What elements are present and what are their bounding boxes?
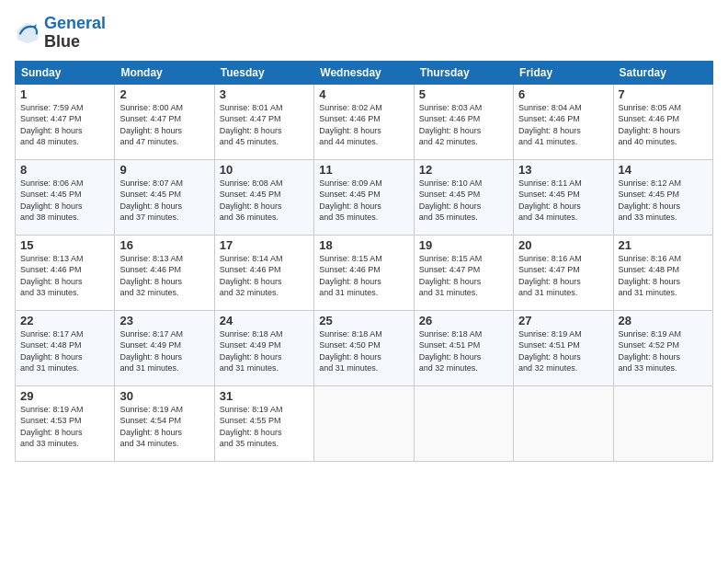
calendar-cell: 5Sunrise: 8:03 AMSunset: 4:46 PMDaylight… <box>414 84 513 159</box>
day-number: 26 <box>419 314 508 327</box>
calendar-cell: 27Sunrise: 8:19 AMSunset: 4:51 PMDayligh… <box>514 310 613 385</box>
logo: General Blue <box>15 15 106 52</box>
weekday-header: Saturday <box>613 61 712 84</box>
day-info: Sunrise: 8:03 AMSunset: 4:46 PMDaylight:… <box>419 102 508 148</box>
day-number: 31 <box>220 389 309 403</box>
day-info: Sunrise: 8:18 AMSunset: 4:51 PMDaylight:… <box>419 328 508 374</box>
calendar-cell: 1Sunrise: 7:59 AMSunset: 4:47 PMDaylight… <box>16 84 115 159</box>
calendar-cell: 13Sunrise: 8:11 AMSunset: 4:45 PMDayligh… <box>514 159 613 235</box>
day-info: Sunrise: 8:01 AMSunset: 4:47 PMDaylight:… <box>220 102 309 148</box>
day-info: Sunrise: 8:06 AMSunset: 4:45 PMDaylight:… <box>20 178 109 224</box>
calendar-cell: 3Sunrise: 8:01 AMSunset: 4:47 PMDaylight… <box>214 84 313 159</box>
weekday-header: Monday <box>115 61 214 84</box>
day-number: 7 <box>619 87 708 101</box>
day-number: 16 <box>119 238 209 252</box>
day-number: 23 <box>119 314 209 327</box>
day-number: 3 <box>220 87 309 101</box>
day-number: 22 <box>20 314 109 327</box>
day-info: Sunrise: 8:12 AMSunset: 4:45 PMDaylight:… <box>619 178 708 224</box>
calendar-week-row: 1Sunrise: 7:59 AMSunset: 4:47 PMDaylight… <box>16 84 713 159</box>
day-number: 6 <box>518 87 608 101</box>
calendar-cell: 30Sunrise: 8:19 AMSunset: 4:54 PMDayligh… <box>115 385 214 461</box>
day-number: 21 <box>619 238 708 252</box>
day-info: Sunrise: 8:15 AMSunset: 4:46 PMDaylight:… <box>319 253 408 299</box>
calendar-cell: 21Sunrise: 8:16 AMSunset: 4:48 PMDayligh… <box>613 235 712 310</box>
day-number: 27 <box>518 314 608 327</box>
day-info: Sunrise: 8:04 AMSunset: 4:46 PMDaylight:… <box>518 102 608 148</box>
calendar-cell: 18Sunrise: 8:15 AMSunset: 4:46 PMDayligh… <box>314 235 414 310</box>
weekday-header: Wednesday <box>314 61 414 84</box>
day-number: 25 <box>319 314 408 327</box>
day-info: Sunrise: 8:05 AMSunset: 4:46 PMDaylight:… <box>619 102 708 148</box>
day-number: 30 <box>119 389 209 403</box>
calendar-week-row: 22Sunrise: 8:17 AMSunset: 4:48 PMDayligh… <box>16 310 713 385</box>
day-number: 14 <box>619 163 708 177</box>
calendar-cell: 25Sunrise: 8:18 AMSunset: 4:50 PMDayligh… <box>314 310 414 385</box>
calendar-cell <box>514 385 613 461</box>
calendar-cell <box>414 385 513 461</box>
day-number: 20 <box>518 238 608 252</box>
calendar-cell: 15Sunrise: 8:13 AMSunset: 4:46 PMDayligh… <box>16 235 115 310</box>
day-info: Sunrise: 8:00 AMSunset: 4:47 PMDaylight:… <box>119 102 209 148</box>
calendar-cell <box>314 385 414 461</box>
day-number: 11 <box>319 163 408 177</box>
day-info: Sunrise: 8:16 AMSunset: 4:47 PMDaylight:… <box>518 253 608 299</box>
calendar-cell: 8Sunrise: 8:06 AMSunset: 4:45 PMDaylight… <box>16 159 115 235</box>
day-number: 15 <box>20 238 109 252</box>
calendar-cell: 12Sunrise: 8:10 AMSunset: 4:45 PMDayligh… <box>414 159 513 235</box>
day-number: 1 <box>20 87 109 101</box>
weekday-header: Tuesday <box>214 61 313 84</box>
calendar-cell: 29Sunrise: 8:19 AMSunset: 4:53 PMDayligh… <box>16 385 115 461</box>
calendar-week-row: 8Sunrise: 8:06 AMSunset: 4:45 PMDaylight… <box>16 159 713 235</box>
day-number: 18 <box>319 238 408 252</box>
logo-text: General Blue <box>44 15 106 52</box>
day-info: Sunrise: 8:18 AMSunset: 4:50 PMDaylight:… <box>319 328 408 374</box>
calendar-cell: 24Sunrise: 8:18 AMSunset: 4:49 PMDayligh… <box>214 310 313 385</box>
calendar-cell: 20Sunrise: 8:16 AMSunset: 4:47 PMDayligh… <box>514 235 613 310</box>
day-info: Sunrise: 8:11 AMSunset: 4:45 PMDaylight:… <box>518 178 608 224</box>
calendar-week-row: 15Sunrise: 8:13 AMSunset: 4:46 PMDayligh… <box>16 235 713 310</box>
day-info: Sunrise: 8:17 AMSunset: 4:48 PMDaylight:… <box>20 328 109 374</box>
calendar-cell: 7Sunrise: 8:05 AMSunset: 4:46 PMDaylight… <box>613 84 712 159</box>
calendar-table: SundayMondayTuesdayWednesdayThursdayFrid… <box>15 61 713 462</box>
day-info: Sunrise: 8:07 AMSunset: 4:45 PMDaylight:… <box>119 178 209 224</box>
day-info: Sunrise: 8:19 AMSunset: 4:51 PMDaylight:… <box>518 328 608 374</box>
day-info: Sunrise: 8:13 AMSunset: 4:46 PMDaylight:… <box>20 253 109 299</box>
calendar-cell: 4Sunrise: 8:02 AMSunset: 4:46 PMDaylight… <box>314 84 414 159</box>
day-info: Sunrise: 8:19 AMSunset: 4:54 PMDaylight:… <box>119 404 209 450</box>
day-number: 2 <box>119 87 209 101</box>
day-number: 12 <box>419 163 508 177</box>
day-info: Sunrise: 8:16 AMSunset: 4:48 PMDaylight:… <box>619 253 708 299</box>
day-number: 17 <box>220 238 309 252</box>
weekday-header: Friday <box>514 61 613 84</box>
day-number: 9 <box>119 163 209 177</box>
calendar-cell: 6Sunrise: 8:04 AMSunset: 4:46 PMDaylight… <box>514 84 613 159</box>
calendar-cell: 11Sunrise: 8:09 AMSunset: 4:45 PMDayligh… <box>314 159 414 235</box>
logo-icon <box>15 20 40 46</box>
calendar-header-row: SundayMondayTuesdayWednesdayThursdayFrid… <box>16 61 713 84</box>
day-info: Sunrise: 8:19 AMSunset: 4:52 PMDaylight:… <box>619 328 708 374</box>
day-info: Sunrise: 8:19 AMSunset: 4:53 PMDaylight:… <box>20 404 109 450</box>
calendar-cell: 23Sunrise: 8:17 AMSunset: 4:49 PMDayligh… <box>115 310 214 385</box>
day-number: 8 <box>20 163 109 177</box>
calendar-cell: 22Sunrise: 8:17 AMSunset: 4:48 PMDayligh… <box>16 310 115 385</box>
calendar-cell: 14Sunrise: 8:12 AMSunset: 4:45 PMDayligh… <box>613 159 712 235</box>
weekday-header: Sunday <box>16 61 115 84</box>
day-number: 5 <box>419 87 508 101</box>
calendar-cell: 28Sunrise: 8:19 AMSunset: 4:52 PMDayligh… <box>613 310 712 385</box>
day-info: Sunrise: 8:19 AMSunset: 4:55 PMDaylight:… <box>220 404 309 450</box>
day-info: Sunrise: 8:10 AMSunset: 4:45 PMDaylight:… <box>419 178 508 224</box>
day-number: 19 <box>419 238 508 252</box>
day-number: 13 <box>518 163 608 177</box>
calendar-cell: 10Sunrise: 8:08 AMSunset: 4:45 PMDayligh… <box>214 159 313 235</box>
day-number: 24 <box>220 314 309 327</box>
calendar-cell: 16Sunrise: 8:13 AMSunset: 4:46 PMDayligh… <box>115 235 214 310</box>
header: General Blue <box>15 15 713 52</box>
calendar-week-row: 29Sunrise: 8:19 AMSunset: 4:53 PMDayligh… <box>16 385 713 461</box>
day-info: Sunrise: 8:13 AMSunset: 4:46 PMDaylight:… <box>119 253 209 299</box>
day-info: Sunrise: 8:14 AMSunset: 4:46 PMDaylight:… <box>220 253 309 299</box>
calendar-cell: 26Sunrise: 8:18 AMSunset: 4:51 PMDayligh… <box>414 310 513 385</box>
calendar-cell: 9Sunrise: 8:07 AMSunset: 4:45 PMDaylight… <box>115 159 214 235</box>
day-number: 4 <box>319 87 408 101</box>
calendar-cell: 19Sunrise: 8:15 AMSunset: 4:47 PMDayligh… <box>414 235 513 310</box>
